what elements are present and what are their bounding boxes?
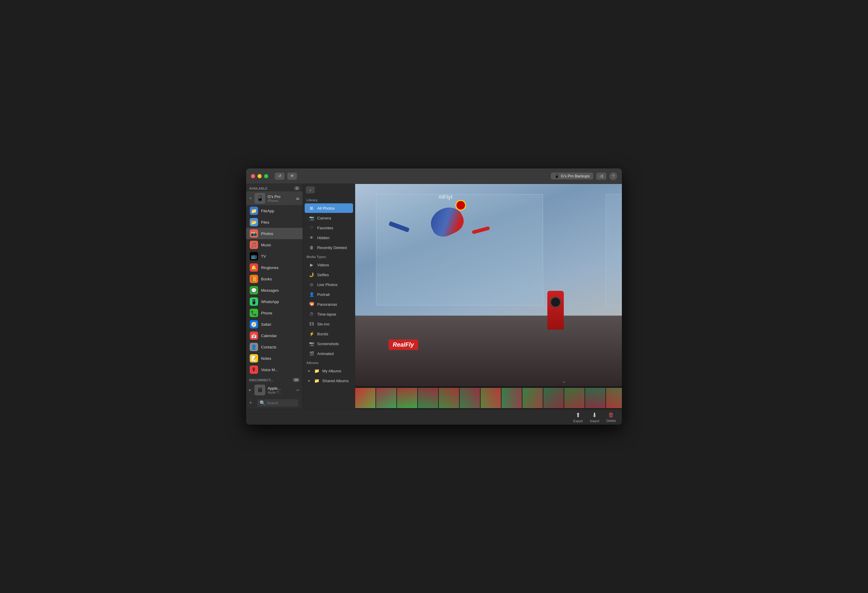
thumbnail-item-7[interactable] <box>502 388 522 408</box>
nav-media-item-portrait[interactable]: 👤 Portrait <box>305 290 353 299</box>
close-button[interactable] <box>251 174 255 178</box>
sidebar-app-item-contacts[interactable]: 👤 Contacts <box>246 341 303 353</box>
thumbnail-item-12[interactable] <box>606 388 622 408</box>
sidebar-app-item-music[interactable]: 🎵 Music <box>246 239 303 251</box>
sidebar-app-item-whatsapp[interactable]: 📱 WhatsApp <box>246 296 303 307</box>
disconnected-badge: 19 <box>293 378 300 382</box>
nav-media-item-selfies[interactable]: 🤳 Selfies <box>305 270 353 279</box>
thumbnail-item-10[interactable] <box>564 388 585 408</box>
device-item-gspro[interactable]: ▼ 📱 G's Pro iPhone... ⏏ <box>246 192 303 205</box>
thumbnail-item-1[interactable] <box>376 388 396 408</box>
nav-album-item-my-albums[interactable]: ▶ 📁 My Albums <box>305 366 353 376</box>
sidebar-app-item-calendar[interactable]: 📅 Calendar <box>246 330 303 341</box>
nav-item-label: Screenshots <box>317 342 339 346</box>
thumbnail-item-8[interactable] <box>523 388 543 408</box>
search-input[interactable] <box>267 401 296 405</box>
sidebar-app-item-files[interactable]: 📂 Files <box>246 217 303 228</box>
app-icon: 👤 <box>250 343 258 351</box>
eject-icon[interactable]: ⏏ <box>296 196 300 201</box>
app-name: Phone <box>261 311 272 315</box>
nav-item-icon: ⚡ <box>308 330 315 337</box>
device-selector[interactable]: 📱 G's Pro Backups <box>551 173 593 180</box>
nav-item-icon: ⊙ <box>308 281 315 288</box>
thumbnail-item-11[interactable] <box>585 388 605 408</box>
nav-library-item-camera[interactable]: 📷 Camera <box>305 213 353 223</box>
nav-item-label: Camera <box>317 216 331 220</box>
nav-media-item-screenshots[interactable]: 📷 Screenshots <box>305 339 353 348</box>
sidebar-app-item-ringtones[interactable]: 🔔 Ringtones <box>246 262 303 273</box>
disconnected-device-item[interactable]: ▶ 🖥 Apple... Apple T... ↩ <box>246 383 303 397</box>
nav-library-item-favorites[interactable]: ♡ Favorites <box>305 223 353 233</box>
nav-media-item-time-lapse[interactable]: ⏱ Time-lapse <box>305 309 353 319</box>
nav-item-label: Time-lapse <box>317 312 336 317</box>
nav-library-item-hidden[interactable]: 👁 Hidden <box>305 233 353 242</box>
app-name: WhatsApp <box>261 299 279 304</box>
app-icon: 📅 <box>250 332 258 340</box>
nav-item-icon: 👤 <box>308 291 315 298</box>
nav-item-label: Favorites <box>317 226 333 230</box>
search-bar[interactable]: 🔍 <box>257 399 298 407</box>
app-name: Contacts <box>261 345 276 350</box>
plus-minus-button[interactable]: ⏿ <box>596 173 606 180</box>
thumbnail-item-9[interactable] <box>543 388 564 408</box>
disconnected-expand-icon: ▶ <box>249 388 252 391</box>
device-selector-label: G's Pro Backups <box>561 174 590 178</box>
sidebar-app-item-notes[interactable]: 📝 Notes <box>246 353 303 364</box>
nav-media-item-slo-mo[interactable]: 🎞 Slo-mo <box>305 319 353 329</box>
disconnected-header: DISCONNECT... 19 <box>246 376 303 383</box>
thumbnail-item-2[interactable] <box>397 388 417 408</box>
device-info: G's Pro iPhone... <box>268 195 293 202</box>
down-arrow[interactable]: ⌄ <box>562 378 566 384</box>
sidebar-bottom-row: + 🔍 <box>246 397 303 409</box>
thumbnail-strip <box>355 386 622 409</box>
sidebar-app-item-safari[interactable]: 🧭 Safari <box>246 319 303 330</box>
nav-media-item-live-photos[interactable]: ⊙ Live Photos <box>305 280 353 289</box>
nav-item-icon: ⊞ <box>308 205 315 211</box>
nav-library-item-all-photos[interactable]: ⊞ All Photos <box>305 204 353 213</box>
sidebar-app-item-photos[interactable]: 📷 Photos <box>246 228 303 239</box>
thumbnail-item-6[interactable] <box>481 388 501 408</box>
delete-button[interactable]: 🗑 Delete <box>606 412 616 422</box>
sidebar-app-item-tv[interactable]: 📺 TV <box>246 251 303 262</box>
titlebar-icons: ↺ 👁 <box>275 173 297 180</box>
panel-middle: ‹ Library ⊞ All Photos 📷 Camera ♡ Favori… <box>303 184 355 409</box>
import-button[interactable]: ⬇ Import <box>590 412 599 423</box>
maximize-button[interactable] <box>264 174 268 178</box>
export-button[interactable]: ⬆ Export <box>573 412 583 423</box>
back-button[interactable]: ‹ <box>306 186 315 193</box>
nav-media-item-panoramas[interactable]: 🌄 Panoramas <box>305 299 353 309</box>
add-button[interactable]: + <box>248 400 254 406</box>
sidebar-app-item-messages[interactable]: 💬 Messages <box>246 285 303 296</box>
nav-media-item-videos[interactable]: ▶ Videos <box>305 260 353 270</box>
nav-item-label: Animated <box>317 351 334 356</box>
bottom-toolbar: ⬆ Export ⬇ Import 🗑 Delete <box>246 409 622 425</box>
nav-media-item-animated[interactable]: 🎬 Animated <box>305 349 353 358</box>
export-icon: ⬆ <box>576 412 581 419</box>
thumbnail-item-0[interactable] <box>355 388 375 408</box>
help-button[interactable]: ? <box>609 172 617 180</box>
nav-item-icon: 👁 <box>308 235 315 241</box>
nav-library-item-recently-deleted[interactable]: 🗑 Recently Deleted <box>305 243 353 252</box>
thumbnail-item-4[interactable] <box>439 388 459 408</box>
thumbnail-item-5[interactable] <box>460 388 480 408</box>
nav-album-item-shared-albums[interactable]: ▶ 📁 Shared Albums <box>305 376 353 385</box>
thumbnail-item-3[interactable] <box>418 388 438 408</box>
minimize-button[interactable] <box>257 174 262 178</box>
disconnected-device-sub: Apple T... <box>268 391 294 394</box>
main-window: ↺ 👁 📱 G's Pro Backups ⏿ ? AVAILABLE 1 ▼ … <box>246 168 622 425</box>
nav-media-item-bursts[interactable]: ⚡ Bursts <box>305 329 353 339</box>
nav-item-label: Selfies <box>317 273 329 277</box>
app-name: Ringtones <box>261 266 279 270</box>
nav-item-icon: 🎞 <box>308 321 315 327</box>
sidebar-app-item-phone[interactable]: 📞 Phone <box>246 307 303 319</box>
refresh-button[interactable]: ↺ <box>275 173 284 180</box>
app-name: Books <box>261 277 272 281</box>
nav-item-label: Panoramas <box>317 302 337 307</box>
photo-scene: RealFly #iFlyl <box>355 184 622 386</box>
sidebar-app-item-fileapp[interactable]: 📁 FileApp <box>246 205 303 217</box>
view-button[interactable]: 👁 <box>287 173 297 180</box>
sidebar-app-item-voice-m...[interactable]: 🎙 Voice M... <box>246 364 303 375</box>
restore-icon[interactable]: ↩ <box>296 388 300 392</box>
nav-media: ▶ Videos 🤳 Selfies ⊙ Live Photos 👤 Portr… <box>303 260 355 358</box>
sidebar-app-item-books[interactable]: 📙 Books <box>246 273 303 285</box>
